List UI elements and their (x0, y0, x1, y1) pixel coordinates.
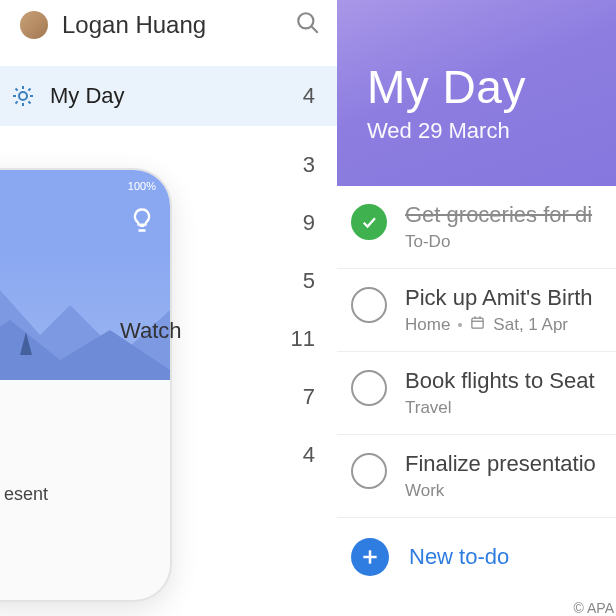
sidebar-item-label: My Day (50, 83, 303, 109)
plus-icon (351, 538, 389, 576)
battery-label: 100% (128, 180, 156, 192)
separator-dot-icon (458, 323, 462, 327)
sidebar-item-count: 4 (303, 83, 315, 109)
calendar-icon (470, 315, 485, 335)
phone-mockup: ••••• 100% (0, 170, 170, 600)
checkbox-icon[interactable] (351, 370, 387, 406)
main-panel: My Day Wed 29 March Get groceries for di… (337, 0, 616, 616)
sun-icon (8, 84, 38, 108)
task-title: Finalize presentatio (405, 451, 616, 477)
image-credit: © APA (574, 600, 614, 616)
my-day-header: My Day Wed 29 March (337, 0, 616, 186)
task-list-name: Work (405, 481, 616, 501)
list-count: 7 (291, 368, 315, 426)
sidebar-item-my-day[interactable]: My Day 4 (0, 66, 337, 126)
task-row[interactable]: Book flights to Seat Travel (337, 352, 616, 435)
sidebar-item-label-partial: Watch (120, 318, 182, 344)
checkbox-icon[interactable] (351, 287, 387, 323)
list-count: 11 (291, 310, 315, 368)
task-title: Pick up Amit's Birth (405, 285, 616, 311)
page-title: My Day (367, 60, 616, 114)
task-list-name: To-Do (405, 232, 616, 252)
task-title: Get groceries for di (405, 202, 616, 228)
search-icon[interactable] (295, 10, 321, 40)
checkbox-done-icon[interactable] (351, 204, 387, 240)
task-row[interactable]: Pick up Amit's Birth Home Sat, 1 Apr (337, 269, 616, 352)
task-list-name: Home (405, 315, 450, 335)
svg-line-10 (28, 89, 30, 91)
list-count: 3 (291, 136, 315, 194)
task-title: Book flights to Seat (405, 368, 616, 394)
svg-point-2 (19, 92, 27, 100)
page-date: Wed 29 March (367, 118, 616, 144)
user-row[interactable]: Logan Huang (0, 0, 337, 40)
svg-line-1 (311, 26, 318, 33)
avatar[interactable] (20, 11, 48, 39)
partial-text: esent (0, 478, 58, 511)
task-due: Sat, 1 Apr (493, 315, 568, 335)
sidebar: Logan Huang My Day 4 3 9 5 11 7 4 ••••• … (0, 0, 337, 616)
new-todo-button[interactable]: New to-do (337, 518, 616, 596)
task-row[interactable]: Get groceries for di To-Do (337, 186, 616, 269)
svg-line-7 (16, 89, 18, 91)
svg-line-8 (28, 101, 30, 103)
task-list-name: Travel (405, 398, 616, 418)
list-count: 5 (291, 252, 315, 310)
list-count: 9 (291, 194, 315, 252)
checkbox-icon[interactable] (351, 453, 387, 489)
phone-statusbar: ••••• 100% (0, 170, 170, 194)
list-count: 4 (291, 426, 315, 484)
new-todo-label: New to-do (409, 544, 509, 570)
user-name: Logan Huang (62, 11, 295, 39)
task-row[interactable]: Finalize presentatio Work (337, 435, 616, 518)
sidebar-counts: 3 9 5 11 7 4 (291, 136, 315, 484)
svg-line-9 (16, 101, 18, 103)
svg-rect-11 (472, 318, 483, 328)
svg-point-0 (298, 13, 313, 28)
lightbulb-icon[interactable] (128, 206, 156, 238)
